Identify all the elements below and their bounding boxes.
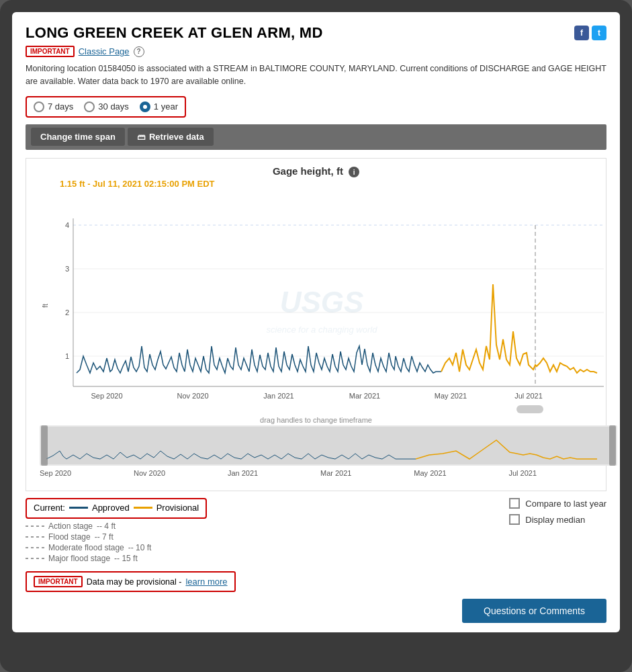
location-description: Monitoring location 01584050 is associat… [26, 62, 606, 88]
svg-text:Jan 2021: Jan 2021 [263, 392, 294, 400]
svg-rect-20 [516, 405, 543, 413]
radio-7days[interactable]: 7 days [34, 101, 73, 112]
svg-text:science for a changing world: science for a changing world [267, 325, 378, 335]
bottom-important-row: IMPORTANT Data may be provisional - lear… [26, 571, 236, 592]
right-checkboxes: Compare to last year Display median [509, 498, 606, 525]
stage-action: Action stage -- 4 ft [26, 521, 207, 531]
median-label: Display median [525, 515, 585, 525]
legend-approved-label: Approved [92, 503, 130, 513]
svg-text:May 2021: May 2021 [435, 392, 467, 400]
facebook-icon[interactable]: f [574, 26, 589, 40]
retrieve-data-icon: 🗃 [137, 132, 145, 142]
compare-checkbox[interactable] [509, 498, 520, 509]
legend-section: Current: Approved Provisional Action sta… [26, 498, 606, 563]
current-reading: 1.15 ft - Jul 11, 2021 02:15:00 PM EDT [60, 179, 599, 189]
stage-flood: Flood stage -- 7 ft [26, 532, 207, 542]
classic-page-link[interactable]: Classic Page [79, 46, 130, 56]
svg-rect-22 [41, 427, 616, 464]
svg-text:3: 3 [65, 265, 69, 273]
legend-current-label: Current: [34, 503, 65, 513]
retrieve-data-button[interactable]: 🗃 Retrieve data [128, 128, 214, 146]
provisional-line-icon [134, 507, 152, 509]
chart-title: Gage height, ft i [33, 165, 599, 178]
svg-rect-23 [41, 425, 48, 466]
help-icon[interactable]: ? [134, 46, 144, 57]
median-checkbox-row[interactable]: Display median [509, 514, 606, 525]
stage-moderate: Moderate flood stage -- 10 ft [26, 543, 207, 552]
median-checkbox[interactable] [509, 514, 520, 525]
legend-box: Current: Approved Provisional [26, 498, 207, 519]
change-time-span-button[interactable]: Change time span [31, 128, 125, 146]
twitter-icon[interactable]: t [592, 26, 606, 40]
svg-rect-24 [609, 425, 616, 466]
svg-text:USGS: USGS [280, 286, 364, 319]
stage-line-action [26, 526, 44, 527]
radio-1year[interactable]: 1 year [140, 101, 178, 112]
stage-info: Action stage -- 4 ft Flood stage -- 7 ft… [26, 521, 207, 563]
svg-text:Mar 2021: Mar 2021 [349, 392, 380, 400]
legend-provisional-label: Provisional [156, 503, 199, 513]
y-axis-label: ft [41, 304, 49, 308]
questions-comments-button[interactable]: Questions or Comments [462, 599, 606, 623]
radio-circle-30days[interactable] [84, 101, 95, 112]
bottom-notice-wrapper: IMPORTANT Data may be provisional - lear… [26, 563, 606, 592]
main-chart-container: ft 4 3 2 1 [40, 192, 599, 413]
svg-text:Nov 2020: Nov 2020 [177, 392, 208, 400]
mini-x-sep2020: Sep 2020 [40, 469, 71, 477]
main-chart-svg[interactable]: ft 4 3 2 1 [40, 192, 617, 413]
bottom-important-badge: IMPORTANT [34, 576, 83, 587]
stage-major: Major flood stage -- 15 ft [26, 554, 207, 563]
mini-x-mar2021: Mar 2021 [320, 469, 351, 477]
mini-chart-container[interactable]: Sep 2020 Nov 2020 Jan 2021 Mar 2021 May … [40, 425, 599, 477]
bottom-btn-row: Questions or Comments [26, 599, 606, 623]
mini-x-jan2021: Jan 2021 [228, 469, 258, 477]
chart-info-icon[interactable]: i [349, 167, 359, 177]
mini-x-may2021: May 2021 [414, 469, 446, 477]
svg-text:2: 2 [65, 308, 69, 317]
approved-line-icon [69, 507, 88, 509]
chart-area: Gage height, ft i 1.15 ft - Jul 11, 2021… [26, 158, 606, 492]
drag-hint: drag handles to change timeframe [33, 416, 599, 424]
legend-current-row: Current: Approved Provisional [34, 503, 199, 513]
important-badge: IMPORTANT [26, 46, 75, 57]
svg-text:Jul 2021: Jul 2021 [514, 392, 543, 400]
stage-line-flood [26, 536, 44, 538]
radio-circle-7days[interactable] [34, 101, 44, 112]
legend-left: Current: Approved Provisional Action sta… [26, 498, 207, 563]
svg-text:4: 4 [65, 221, 69, 229]
radio-30days[interactable]: 30 days [84, 101, 129, 112]
mini-x-nov2020: Nov 2020 [134, 469, 165, 477]
svg-text:Sep 2020: Sep 2020 [91, 392, 122, 400]
stage-line-moderate [26, 547, 44, 548]
page-title: LONG GREEN CREEK AT GLEN ARM, MD [26, 24, 323, 42]
bottom-notice-text: Data may be provisional - [87, 577, 182, 587]
stage-line-major [26, 558, 44, 559]
compare-label: Compare to last year [525, 499, 606, 509]
mini-chart-svg[interactable] [40, 425, 617, 466]
toolbar: Change time span 🗃 Retrieve data [26, 124, 606, 150]
svg-text:1: 1 [65, 352, 69, 360]
learn-more-link[interactable]: learn more [185, 577, 227, 587]
compare-checkbox-row[interactable]: Compare to last year [509, 498, 606, 509]
time-range-selector: 7 days 30 days 1 year [26, 96, 186, 118]
radio-circle-1year[interactable] [140, 101, 150, 112]
mini-x-jul2021: Jul 2021 [508, 469, 537, 477]
